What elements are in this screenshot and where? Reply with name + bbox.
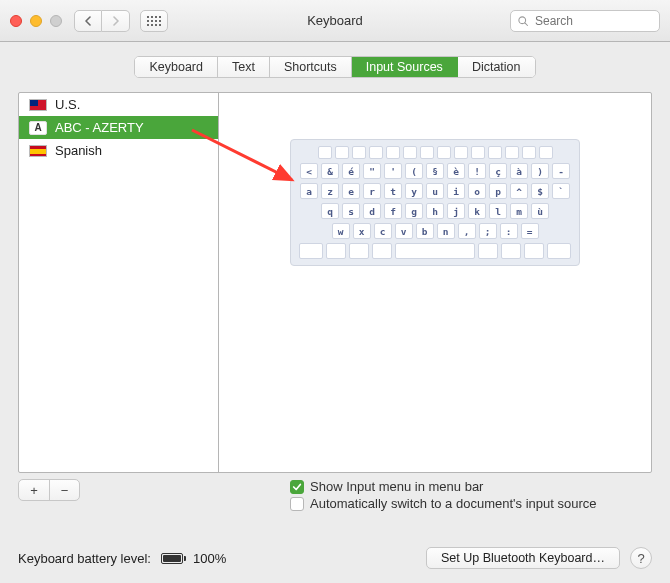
- minimize-window-button[interactable]: [30, 15, 42, 27]
- key: $: [531, 183, 549, 199]
- window-controls: [10, 15, 62, 27]
- key: v: [395, 223, 413, 239]
- key: o: [468, 183, 486, 199]
- key: ç: [489, 163, 507, 179]
- key: [420, 146, 434, 159]
- key: q: [321, 203, 339, 219]
- key: ": [363, 163, 381, 179]
- key: ): [531, 163, 549, 179]
- svg-line-1: [525, 22, 528, 25]
- key: ;: [479, 223, 497, 239]
- key: ,: [458, 223, 476, 239]
- key: !: [468, 163, 486, 179]
- option-auto-switch[interactable]: Automatically switch to a document's inp…: [290, 496, 596, 511]
- battery-value: 100%: [193, 551, 226, 566]
- key: i: [447, 183, 465, 199]
- key: ^: [510, 183, 528, 199]
- search-icon: [517, 15, 529, 27]
- key: [403, 146, 417, 159]
- key: [349, 243, 369, 259]
- source-item[interactable]: AABC - AZERTY: [19, 116, 218, 139]
- add-source-button[interactable]: +: [19, 480, 49, 500]
- key: [454, 146, 468, 159]
- key: j: [447, 203, 465, 219]
- key: è: [447, 163, 465, 179]
- tab-keyboard[interactable]: Keyboard: [135, 57, 218, 77]
- flag-es-icon: [29, 145, 47, 157]
- show-all-button[interactable]: [140, 10, 168, 32]
- key: l: [489, 203, 507, 219]
- key: k: [468, 203, 486, 219]
- flag-us-icon: [29, 99, 47, 111]
- source-list[interactable]: U.S.AABC - AZERTYSpanish: [19, 93, 218, 472]
- remove-source-button[interactable]: −: [49, 480, 79, 500]
- key: [522, 146, 536, 159]
- keyboard-preview-pane: <&é"'(§è!çà)-azertyuiop^$`qsdfghjklmùwxc…: [219, 93, 651, 472]
- source-item[interactable]: Spanish: [19, 139, 218, 162]
- key: x: [353, 223, 371, 239]
- grid-icon: [147, 16, 161, 26]
- option-show-menu-label: Show Input menu in menu bar: [310, 479, 483, 494]
- tab-dictation[interactable]: Dictation: [458, 57, 535, 77]
- key: [505, 146, 519, 159]
- key: [395, 243, 475, 259]
- key: d: [363, 203, 381, 219]
- source-item[interactable]: U.S.: [19, 93, 218, 116]
- forward-button[interactable]: [102, 10, 130, 32]
- key: &: [321, 163, 339, 179]
- tab-input-sources[interactable]: Input Sources: [352, 57, 458, 77]
- key: [318, 146, 332, 159]
- key: u: [426, 183, 444, 199]
- search-input[interactable]: [533, 13, 653, 29]
- checkbox-auto-switch[interactable]: [290, 497, 304, 511]
- key: [488, 146, 502, 159]
- option-show-menu[interactable]: Show Input menu in menu bar: [290, 479, 596, 494]
- key: f: [384, 203, 402, 219]
- key: p: [489, 183, 507, 199]
- key: [437, 146, 451, 159]
- key: §: [426, 163, 444, 179]
- key: [478, 243, 498, 259]
- footer: Keyboard battery level: 100% Set Up Blue…: [18, 513, 652, 569]
- tab-text[interactable]: Text: [218, 57, 270, 77]
- key: t: [384, 183, 402, 199]
- key: z: [321, 183, 339, 199]
- key: a: [300, 183, 318, 199]
- close-window-button[interactable]: [10, 15, 22, 27]
- key: (: [405, 163, 423, 179]
- key: é: [342, 163, 360, 179]
- bluetooth-setup-button[interactable]: Set Up Bluetooth Keyboard…: [426, 547, 620, 569]
- option-auto-switch-label: Automatically switch to a document's inp…: [310, 496, 596, 511]
- nav-back-forward: [74, 10, 130, 32]
- key: [326, 243, 346, 259]
- content-panes: U.S.AABC - AZERTYSpanish <&é"'(§è!çà)-az…: [18, 92, 652, 473]
- key: b: [416, 223, 434, 239]
- search-field[interactable]: [510, 10, 660, 32]
- source-label: U.S.: [55, 97, 80, 112]
- add-remove-segment: + −: [18, 479, 80, 501]
- zoom-window-button[interactable]: [50, 15, 62, 27]
- key: r: [363, 183, 381, 199]
- key: [299, 243, 323, 259]
- sources-pane: U.S.AABC - AZERTYSpanish: [19, 93, 219, 472]
- options: Show Input menu in menu bar Automaticall…: [290, 479, 596, 513]
- key: c: [374, 223, 392, 239]
- key: [471, 146, 485, 159]
- key: w: [332, 223, 350, 239]
- checkbox-show-menu[interactable]: [290, 480, 304, 494]
- back-button[interactable]: [74, 10, 102, 32]
- key: [352, 146, 366, 159]
- tab-shortcuts[interactable]: Shortcuts: [270, 57, 352, 77]
- key: g: [405, 203, 423, 219]
- help-button[interactable]: ?: [630, 547, 652, 569]
- keyboard-preview: <&é"'(§è!çà)-azertyuiop^$`qsdfghjklmùwxc…: [290, 139, 580, 266]
- key: e: [342, 183, 360, 199]
- key: [386, 146, 400, 159]
- key: [547, 243, 571, 259]
- key: [539, 146, 553, 159]
- key: h: [426, 203, 444, 219]
- pref-tabs: KeyboardTextShortcutsInput SourcesDictat…: [134, 56, 535, 78]
- battery-icon: [161, 553, 183, 564]
- key: y: [405, 183, 423, 199]
- key: [501, 243, 521, 259]
